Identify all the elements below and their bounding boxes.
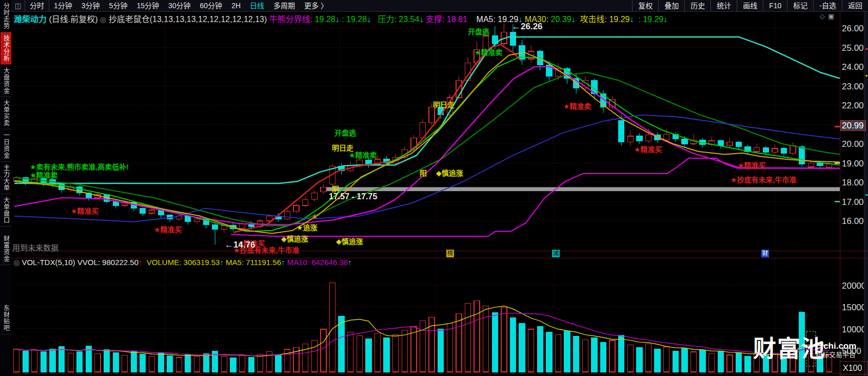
period-tab-5[interactable]: 30分钟 bbox=[164, 0, 195, 11]
period-tab-9[interactable]: 多周期 bbox=[269, 0, 300, 11]
volume-bar bbox=[194, 356, 200, 372]
chart-annotation: ◆慎追涨 bbox=[436, 167, 463, 178]
watermark-tagline: 指标交易平台 bbox=[816, 351, 868, 359]
pane-corner-icons[interactable]: ◇▣ bbox=[820, 12, 837, 20]
kline-chart-canvas[interactable] bbox=[11, 11, 840, 251]
period-tab-2[interactable]: 3分钟 bbox=[77, 0, 105, 11]
sidebar-tab-2[interactable]: 大盘资金 bbox=[1, 65, 11, 97]
price-axis-label: 18.00 bbox=[842, 178, 864, 188]
sidebar-tab-5[interactable]: 主力大单 bbox=[1, 162, 11, 194]
volume-axis-label: 15000 bbox=[842, 303, 866, 313]
sidebar-tab-1[interactable]: 技术分析 bbox=[1, 32, 11, 65]
indicator-toggle-icon[interactable]: ◎ bbox=[100, 15, 106, 24]
candle-body bbox=[754, 148, 760, 152]
volume-bar bbox=[492, 313, 498, 372]
chart-annotation: 17.57 - 17.75 bbox=[329, 192, 377, 201]
sidebar-tab-6[interactable]: 大单盘口 bbox=[1, 194, 11, 227]
sidebar-tab-3[interactable]: 大单买卖 bbox=[1, 97, 11, 129]
overlay-line-ma-magenta bbox=[14, 67, 840, 225]
sidebar-tab-4[interactable]: 一日资金 bbox=[1, 129, 11, 162]
toolbar-button-6[interactable]: 标记 bbox=[787, 0, 813, 11]
candle-body bbox=[321, 187, 326, 192]
volume-bar bbox=[95, 353, 101, 372]
watermark-logo: 财富池 bbox=[753, 337, 825, 362]
toolbar-button-0[interactable]: 复权 bbox=[632, 0, 658, 11]
volume-bar bbox=[321, 329, 326, 372]
period-tab-1[interactable]: 1分钟 bbox=[49, 0, 77, 11]
chart-annotation: 明日走 bbox=[433, 99, 455, 109]
price-axis-label: 17.00 bbox=[842, 197, 864, 208]
period-tab-6[interactable]: 60分钟 bbox=[195, 0, 227, 11]
chart-annotation: ★精准卖 bbox=[349, 149, 377, 160]
header-text-run: 攻击线: bbox=[576, 15, 609, 24]
toolbar-button-7[interactable]: -自选 bbox=[813, 0, 842, 11]
volume-bar bbox=[591, 338, 597, 372]
watermark-domain: cfchi.com bbox=[816, 341, 868, 351]
toolbar-button-4[interactable]: 画线 bbox=[737, 0, 763, 11]
toolbar-button-8[interactable]: 返回 bbox=[842, 0, 868, 11]
volume-indicator-header: ◎ VOL-TDX(5,10) VVOL: 980222.50↑ VOLUME:… bbox=[13, 258, 352, 267]
volume-chart-canvas[interactable] bbox=[11, 258, 840, 373]
volume-bar bbox=[574, 336, 579, 372]
volume-bar bbox=[655, 349, 660, 372]
volume-bar bbox=[176, 358, 182, 372]
toolbar-button-3[interactable]: 统计 bbox=[711, 0, 737, 11]
sidebar-tab-0[interactable]: 分时走势 bbox=[1, 0, 11, 32]
header-text-run: VOLUME: 306319.53 bbox=[143, 258, 220, 267]
sidebar-tab-7[interactable]: 财富资金 bbox=[1, 233, 11, 265]
header-text-run: 19.28 bbox=[315, 15, 336, 24]
volume-bar bbox=[104, 350, 110, 372]
header-text-run: (日线.前复权) bbox=[47, 15, 100, 24]
price-axis-label: 23.00 bbox=[842, 82, 864, 92]
candle-body bbox=[637, 136, 642, 141]
period-tab-3[interactable]: 5分钟 bbox=[105, 0, 132, 11]
future-data-warning: 用到未来数据 bbox=[12, 242, 58, 253]
volume-bar bbox=[375, 333, 381, 372]
toolbar-button-2[interactable]: 历史 bbox=[684, 0, 711, 11]
indicator-toggle-icon[interactable]: ◎ bbox=[13, 258, 19, 267]
period-tab-8[interactable]: 日线 bbox=[245, 0, 269, 11]
volume-bar bbox=[23, 351, 28, 372]
volume-bar bbox=[212, 351, 218, 372]
window-split-icon[interactable]: ◫ bbox=[11, 0, 25, 11]
event-badge[interactable]: 减 bbox=[552, 250, 560, 257]
scrollbar-mark bbox=[865, 194, 867, 196]
chart-annotation: 开盘逃 bbox=[334, 127, 356, 138]
toolbar-button-1[interactable]: 叠加 bbox=[658, 0, 684, 11]
volume-axis-label: 10000 bbox=[842, 325, 866, 335]
more-periods-button[interactable]: 更多 〉 bbox=[300, 0, 332, 11]
volume-bar bbox=[248, 357, 254, 372]
volume-bar bbox=[366, 339, 371, 372]
overlay-line-envelope-upper bbox=[14, 37, 840, 183]
price-axis-label: 25.00 bbox=[842, 43, 864, 53]
candle-body bbox=[194, 219, 200, 222]
chart-annotation: ★精准买 bbox=[738, 160, 766, 170]
chart-annotation: ★追涨 bbox=[297, 222, 318, 232]
window-icon[interactable]: ▣ bbox=[828, 12, 837, 20]
header-text-run: ↓ bbox=[571, 15, 576, 24]
chart-annotation: ★精准卖 bbox=[563, 101, 591, 111]
candle-body bbox=[727, 142, 733, 146]
volume-bar bbox=[411, 327, 417, 372]
volume-bar bbox=[745, 356, 751, 372]
event-badge[interactable]: 财 bbox=[761, 250, 769, 257]
kline-indicator-header: 潍柴动力 (日线.前复权) ◎ 抄底老鼠仓(13,13,13,13,12,12,… bbox=[14, 12, 667, 25]
period-tab-0[interactable]: 分时 bbox=[25, 0, 49, 11]
diamond-icon[interactable]: ◇ bbox=[820, 12, 828, 20]
period-tab-7[interactable]: 2H bbox=[227, 0, 245, 11]
period-tab-4[interactable]: 15分钟 bbox=[132, 0, 164, 11]
chart-annotation: ★抄底有未来,牛市准 bbox=[731, 174, 796, 184]
volume-bar bbox=[50, 349, 55, 372]
volume-bar bbox=[664, 347, 669, 372]
volume-bar bbox=[59, 347, 65, 372]
right-scrollbar[interactable] bbox=[864, 11, 868, 376]
kpane-bottom-border bbox=[11, 251, 868, 251]
toolbar-button-5[interactable]: F10 bbox=[763, 0, 787, 11]
sidebar-tab-8[interactable]: 东财贴吧 bbox=[1, 302, 11, 334]
event-badge[interactable]: 榜 bbox=[446, 250, 454, 257]
header-text-run: 19.29 bbox=[498, 15, 518, 24]
price-axis-label: 24.00 bbox=[842, 62, 864, 72]
volume-bar bbox=[68, 353, 73, 372]
volume-bar bbox=[564, 331, 570, 372]
volume-bar bbox=[339, 316, 344, 372]
